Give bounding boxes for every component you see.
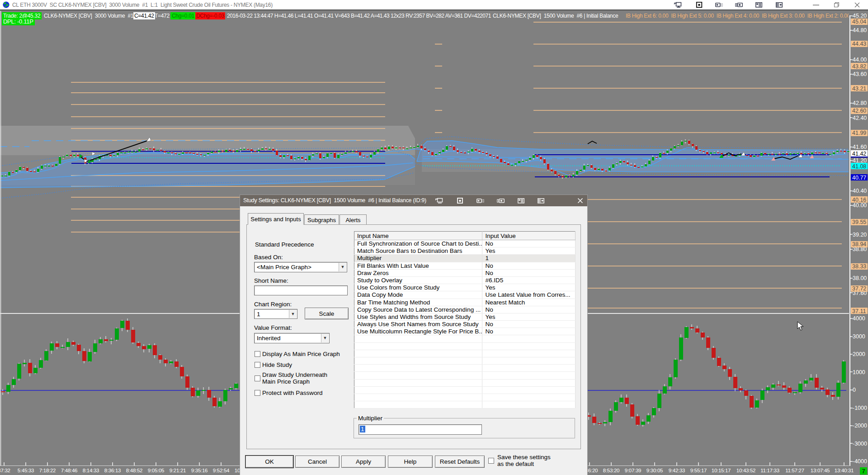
svg-text:42.60: 42.60 <box>852 108 866 114</box>
svg-text:8:53:20: 8:53:20 <box>603 468 619 473</box>
svg-text:-4000: -4000 <box>853 458 867 465</box>
svg-text:0: 0 <box>853 387 856 393</box>
svg-text:-1000: -1000 <box>853 405 867 411</box>
svg-text:8:14:33: 8:14:33 <box>83 468 99 473</box>
svg-text:2000: 2000 <box>853 351 865 357</box>
svg-text:8:48:52: 8:48:52 <box>126 468 142 473</box>
svg-text:43.60: 43.60 <box>853 71 867 77</box>
svg-text:4000: 4000 <box>853 315 865 322</box>
svg-text:10:43:52: 10:43:52 <box>736 468 755 473</box>
svg-text:9:21:21: 9:21:21 <box>170 468 186 473</box>
svg-text:9:35:16: 9:35:16 <box>191 468 208 473</box>
svg-text:9:52:54: 9:52:54 <box>213 468 230 473</box>
svg-text:11:57:27: 11:57:27 <box>785 468 804 473</box>
svg-text:9:30:05: 9:30:05 <box>646 468 663 473</box>
svg-text:7: 7 <box>862 468 865 475</box>
svg-text:40.77: 40.77 <box>852 175 866 181</box>
svg-text:40.16: 40.16 <box>852 197 866 203</box>
svg-text:1000: 1000 <box>853 369 865 375</box>
svg-text:5:45:33: 5:45:33 <box>18 468 34 473</box>
svg-text:41.42: 41.42 <box>852 151 866 157</box>
svg-text:8:36:13: 8:36:13 <box>104 468 121 473</box>
svg-text:39.55: 39.55 <box>852 219 866 225</box>
svg-text:42.80: 42.80 <box>853 100 867 106</box>
svg-text:-2000: -2000 <box>853 423 867 429</box>
svg-text:44.80: 44.80 <box>853 27 867 33</box>
svg-text:10:15:17: 10:15:17 <box>712 468 731 473</box>
svg-text:13:40:31: 13:40:31 <box>835 468 854 473</box>
svg-text:44.00: 44.00 <box>853 57 867 63</box>
svg-text:38.00: 38.00 <box>853 275 867 281</box>
svg-text:43.21: 43.21 <box>852 86 866 92</box>
svg-text:39.20: 39.20 <box>853 232 867 238</box>
svg-text:9:42:33: 9:42:33 <box>669 468 685 473</box>
svg-text:40.00: 40.00 <box>853 202 867 209</box>
svg-text:37.11: 37.11 <box>852 308 866 314</box>
svg-text:41.99: 41.99 <box>852 130 866 136</box>
svg-text:41.60: 41.60 <box>853 144 867 150</box>
svg-text:41.08: 41.08 <box>852 163 866 170</box>
svg-text:9:55:17: 9:55:17 <box>690 468 707 473</box>
svg-text:38.33: 38.33 <box>852 263 866 270</box>
svg-text:-3000: -3000 <box>853 441 867 447</box>
svg-text:7:18:22: 7:18:22 <box>39 468 56 473</box>
svg-text:11:17:33: 11:17:33 <box>760 468 779 473</box>
svg-text:37.72: 37.72 <box>852 285 866 292</box>
svg-text:7:48:46: 7:48:46 <box>61 468 77 473</box>
svg-text:9:05:05: 9:05:05 <box>148 468 164 473</box>
svg-text:13:07:45: 13:07:45 <box>811 468 830 473</box>
svg-text:37:32: 37:32 <box>0 468 10 473</box>
svg-text:43.82: 43.82 <box>852 63 866 70</box>
svg-text:38.94: 38.94 <box>852 241 866 247</box>
svg-text:9:07:39: 9:07:39 <box>625 468 641 473</box>
svg-text:42.40: 42.40 <box>853 115 867 121</box>
svg-text:40.40: 40.40 <box>853 188 867 194</box>
svg-text:3000: 3000 <box>853 333 865 340</box>
svg-text:44.43: 44.43 <box>852 41 866 47</box>
